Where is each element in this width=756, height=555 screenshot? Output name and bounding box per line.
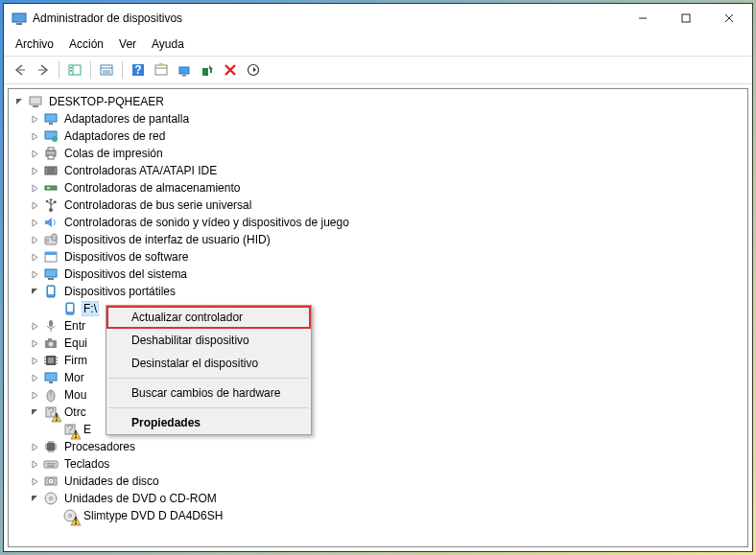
caret-icon[interactable] xyxy=(28,388,41,402)
category-software[interactable]: Dispositivos de software xyxy=(9,248,747,266)
category-system[interactable]: Dispositivos del sistema xyxy=(9,266,747,283)
window-title: Administrador de dispositivos xyxy=(33,12,621,25)
dvd-drive-icon: ! xyxy=(62,508,78,523)
caret-icon[interactable] xyxy=(28,147,41,160)
uninstall-device-button[interactable] xyxy=(220,59,241,81)
caret-icon[interactable] xyxy=(28,250,41,264)
printer-icon xyxy=(43,146,59,161)
title-bar[interactable]: Administrador de dispositivos xyxy=(4,4,752,33)
svg-rect-19 xyxy=(179,67,189,74)
update-driver-button[interactable] xyxy=(197,59,218,81)
scan-hardware-button[interactable] xyxy=(174,59,195,81)
forward-button[interactable] xyxy=(33,59,54,81)
category-network[interactable]: Adaptadores de red xyxy=(9,127,747,145)
separator xyxy=(108,378,309,379)
menu-action[interactable]: Acción xyxy=(61,35,111,54)
back-button[interactable] xyxy=(10,59,31,81)
caret-icon[interactable] xyxy=(28,354,41,367)
category-disk-drives[interactable]: Unidades de disco xyxy=(9,473,747,490)
svg-rect-29 xyxy=(49,123,53,125)
node-label: Teclados xyxy=(62,456,111,472)
category-ata[interactable]: Controladoras ATA/ATAPI IDE xyxy=(9,162,747,179)
tree-container: DESKTOP-PQHEAER Adaptadores de pantalla … xyxy=(4,84,752,551)
caret-icon[interactable] xyxy=(28,440,41,453)
caret-icon[interactable] xyxy=(28,216,41,229)
caret-icon[interactable] xyxy=(28,198,41,212)
caret-icon[interactable] xyxy=(28,129,41,143)
caret-icon[interactable] xyxy=(28,267,41,281)
node-label: Unidades de DVD o CD-ROM xyxy=(62,491,219,506)
root-node[interactable]: DESKTOP-PQHEAER xyxy=(9,93,747,110)
caret-icon[interactable] xyxy=(28,233,41,246)
category-storage[interactable]: Controladoras de almacenamiento xyxy=(9,179,747,197)
menu-file[interactable]: Archivo xyxy=(8,35,61,54)
properties-toolbar-button[interactable] xyxy=(151,59,172,81)
portable-device-icon xyxy=(62,301,78,316)
app-icon xyxy=(12,11,27,26)
caret-icon[interactable] xyxy=(28,112,41,126)
svg-rect-82 xyxy=(47,443,55,451)
category-display[interactable]: Adaptadores de pantalla xyxy=(9,110,747,127)
processor-icon xyxy=(43,439,59,454)
caret-none xyxy=(47,423,60,436)
svg-point-31 xyxy=(52,136,58,142)
caret-icon[interactable] xyxy=(28,405,41,419)
caret-icon[interactable] xyxy=(28,285,41,298)
node-label: Dispositivos de interfaz de usuario (HID… xyxy=(62,232,272,247)
node-label: Equi xyxy=(62,335,89,351)
caret-icon[interactable] xyxy=(28,319,41,333)
node-label: DESKTOP-PQHEAER xyxy=(47,94,166,109)
caret-icon[interactable] xyxy=(28,457,41,471)
category-portable-devices[interactable]: Dispositivos portátiles xyxy=(9,283,747,300)
mouse-icon xyxy=(43,387,59,403)
context-update-driver[interactable]: Actualizar controlador xyxy=(106,306,311,329)
caret-icon[interactable] xyxy=(28,181,41,195)
audio-input-icon xyxy=(43,318,59,334)
node-label: Dispositivos del sistema xyxy=(62,266,189,282)
close-button[interactable] xyxy=(707,5,750,32)
node-label: Colas de impresión xyxy=(62,146,165,161)
caret-icon[interactable] xyxy=(28,492,41,505)
category-dvd-drives[interactable]: Unidades de DVD o CD-ROM xyxy=(9,490,747,507)
caret-icon[interactable] xyxy=(28,474,41,488)
svg-point-45 xyxy=(46,200,49,203)
category-hid[interactable]: Dispositivos de interfaz de usuario (HID… xyxy=(9,231,747,248)
context-properties[interactable]: Propiedades xyxy=(106,411,311,434)
keyboard-icon xyxy=(43,456,59,472)
category-sound[interactable]: Controladoras de sonido y vídeo y dispos… xyxy=(9,214,747,231)
caret-icon[interactable] xyxy=(12,95,26,108)
caret-icon[interactable] xyxy=(28,336,41,350)
device-tree[interactable]: DESKTOP-PQHEAER Adaptadores de pantalla … xyxy=(8,88,748,547)
maximize-button[interactable] xyxy=(664,5,707,32)
context-uninstall-device[interactable]: Desinstalar el dispositivo xyxy=(106,352,311,375)
help-button[interactable]: ? xyxy=(128,59,149,81)
category-usb[interactable]: Controladoras de bus serie universal xyxy=(9,197,747,214)
software-device-icon xyxy=(43,249,59,265)
menu-view[interactable]: Ver xyxy=(111,35,144,54)
disable-device-button[interactable] xyxy=(243,59,264,81)
caret-icon[interactable] xyxy=(28,371,41,384)
caret-icon[interactable] xyxy=(28,164,41,177)
svg-rect-33 xyxy=(48,148,54,150)
show-hide-tree-button[interactable] xyxy=(64,59,85,81)
storage-controller-icon xyxy=(43,180,59,196)
menu-help[interactable]: Ayuda xyxy=(144,35,192,54)
context-disable-device[interactable]: Deshabilitar dispositivo xyxy=(106,329,311,352)
category-keyboards[interactable]: Teclados xyxy=(9,455,747,473)
portable-device-icon xyxy=(43,284,59,299)
svg-rect-40 xyxy=(47,187,50,189)
properties-button[interactable] xyxy=(96,59,117,81)
minimize-button[interactable] xyxy=(621,5,664,32)
disk-drive-icon xyxy=(43,474,59,489)
dvd-drive-icon xyxy=(43,491,59,506)
caret-none xyxy=(47,302,60,315)
svg-rect-101 xyxy=(47,466,55,467)
svg-rect-50 xyxy=(52,234,57,241)
dvd-drive-item[interactable]: !Slimtype DVD D DA4D6SH xyxy=(9,507,747,524)
context-scan-hardware[interactable]: Buscar cambios de hardware xyxy=(106,382,311,405)
category-print-queues[interactable]: Colas de impresión xyxy=(9,145,747,162)
menu-bar: Archivo Acción Ver Ayuda xyxy=(4,33,752,57)
node-label: Controladoras de bus serie universal xyxy=(62,197,253,213)
category-processors[interactable]: Procesadores xyxy=(9,438,747,455)
node-label: Slimtype DVD D DA4D6SH xyxy=(82,508,224,523)
